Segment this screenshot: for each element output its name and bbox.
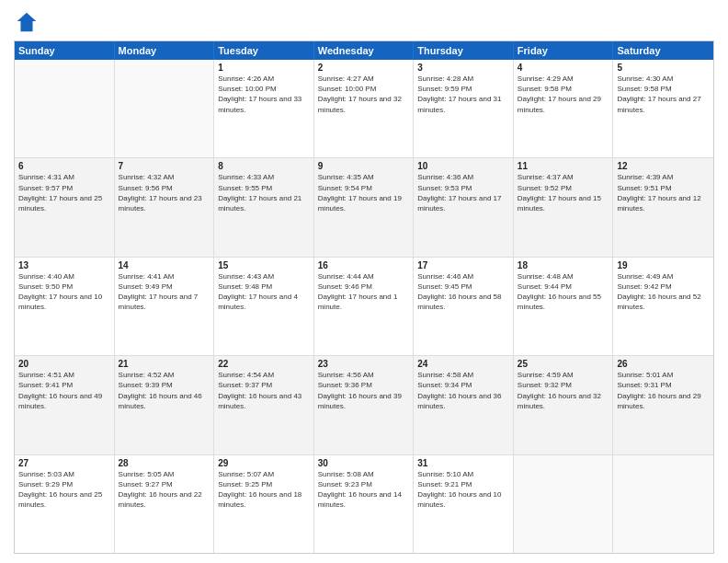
day-cell-14: 14Sunrise: 4:41 AM Sunset: 9:49 PM Dayli… <box>115 258 215 355</box>
weekday-header-monday: Monday <box>115 41 215 60</box>
day-info: Sunrise: 5:10 AM Sunset: 9:21 PM Dayligh… <box>417 469 509 511</box>
day-cell-19: 19Sunrise: 4:49 AM Sunset: 9:42 PM Dayli… <box>613 258 713 355</box>
day-number: 21 <box>119 359 210 369</box>
day-info: Sunrise: 4:56 AM Sunset: 9:36 PM Dayligh… <box>318 370 410 411</box>
day-info: Sunrise: 4:51 AM Sunset: 9:41 PM Dayligh… <box>18 370 110 411</box>
day-cell-1: 1Sunrise: 4:26 AM Sunset: 10:00 PM Dayli… <box>214 60 314 157</box>
day-number: 29 <box>218 458 310 468</box>
day-info: Sunrise: 5:08 AM Sunset: 9:23 PM Dayligh… <box>318 469 410 511</box>
day-cell-15: 15Sunrise: 4:43 AM Sunset: 9:48 PM Dayli… <box>214 258 314 355</box>
day-cell-2: 2Sunrise: 4:27 AM Sunset: 10:00 PM Dayli… <box>314 60 415 157</box>
day-number: 31 <box>417 458 509 468</box>
day-cell-25: 25Sunrise: 4:59 AM Sunset: 9:32 PM Dayli… <box>514 356 614 454</box>
day-cell-28: 28Sunrise: 5:05 AM Sunset: 9:27 PM Dayli… <box>115 455 215 553</box>
day-cell-21: 21Sunrise: 4:52 AM Sunset: 9:39 PM Dayli… <box>115 356 215 454</box>
day-number: 2 <box>318 63 410 73</box>
day-number: 5 <box>617 63 710 73</box>
empty-cell <box>15 60 115 157</box>
calendar-row-5: 27Sunrise: 5:03 AM Sunset: 9:29 PM Dayli… <box>15 454 713 553</box>
empty-cell <box>115 60 215 157</box>
day-number: 16 <box>318 260 410 270</box>
day-info: Sunrise: 4:27 AM Sunset: 10:00 PM Daylig… <box>318 74 410 115</box>
day-number: 8 <box>218 161 310 171</box>
day-info: Sunrise: 4:39 AM Sunset: 9:51 PM Dayligh… <box>617 172 710 213</box>
day-info: Sunrise: 4:30 AM Sunset: 9:58 PM Dayligh… <box>617 74 710 115</box>
day-info: Sunrise: 4:35 AM Sunset: 9:54 PM Dayligh… <box>318 172 410 213</box>
day-info: Sunrise: 4:44 AM Sunset: 9:46 PM Dayligh… <box>318 271 410 313</box>
weekday-header-saturday: Saturday <box>613 41 713 60</box>
day-number: 25 <box>518 359 609 369</box>
empty-cell <box>613 455 713 553</box>
day-cell-26: 26Sunrise: 5:01 AM Sunset: 9:31 PM Dayli… <box>613 356 713 454</box>
day-cell-7: 7Sunrise: 4:32 AM Sunset: 9:56 PM Daylig… <box>115 158 215 256</box>
day-info: Sunrise: 4:28 AM Sunset: 9:59 PM Dayligh… <box>417 74 509 115</box>
day-number: 23 <box>318 359 410 369</box>
day-cell-23: 23Sunrise: 4:56 AM Sunset: 9:36 PM Dayli… <box>314 356 415 454</box>
day-cell-4: 4Sunrise: 4:29 AM Sunset: 9:58 PM Daylig… <box>514 60 614 157</box>
day-info: Sunrise: 5:05 AM Sunset: 9:27 PM Dayligh… <box>119 469 210 511</box>
weekday-header-tuesday: Tuesday <box>214 41 314 60</box>
day-info: Sunrise: 4:31 AM Sunset: 9:57 PM Dayligh… <box>18 172 110 213</box>
day-cell-12: 12Sunrise: 4:39 AM Sunset: 9:51 PM Dayli… <box>613 158 713 256</box>
weekday-header-sunday: Sunday <box>15 41 115 60</box>
day-info: Sunrise: 4:48 AM Sunset: 9:44 PM Dayligh… <box>518 271 609 313</box>
weekday-header-friday: Friday <box>514 41 614 60</box>
calendar-row-4: 20Sunrise: 4:51 AM Sunset: 9:41 PM Dayli… <box>15 355 713 454</box>
day-info: Sunrise: 4:40 AM Sunset: 9:50 PM Dayligh… <box>18 271 110 313</box>
day-number: 6 <box>18 161 110 171</box>
day-number: 12 <box>617 161 710 171</box>
day-info: Sunrise: 4:54 AM Sunset: 9:37 PM Dayligh… <box>218 370 310 411</box>
day-cell-5: 5Sunrise: 4:30 AM Sunset: 9:58 PM Daylig… <box>613 60 713 157</box>
day-info: Sunrise: 4:49 AM Sunset: 9:42 PM Dayligh… <box>617 271 710 313</box>
day-info: Sunrise: 4:36 AM Sunset: 9:53 PM Dayligh… <box>417 172 509 213</box>
day-info: Sunrise: 5:01 AM Sunset: 9:31 PM Dayligh… <box>617 370 710 411</box>
day-info: Sunrise: 4:43 AM Sunset: 9:48 PM Dayligh… <box>218 271 310 313</box>
day-number: 18 <box>518 260 609 270</box>
day-number: 3 <box>417 63 509 73</box>
day-number: 13 <box>18 260 110 270</box>
day-number: 30 <box>318 458 410 468</box>
calendar: SundayMondayTuesdayWednesdayThursdayFrid… <box>14 40 714 554</box>
day-cell-13: 13Sunrise: 4:40 AM Sunset: 9:50 PM Dayli… <box>15 258 115 355</box>
day-info: Sunrise: 4:41 AM Sunset: 9:49 PM Dayligh… <box>119 271 210 313</box>
day-number: 4 <box>518 63 609 73</box>
day-number: 11 <box>518 161 609 171</box>
day-cell-24: 24Sunrise: 4:58 AM Sunset: 9:34 PM Dayli… <box>414 356 514 454</box>
svg-marker-0 <box>17 13 37 32</box>
day-cell-31: 31Sunrise: 5:10 AM Sunset: 9:21 PM Dayli… <box>414 455 514 553</box>
day-info: Sunrise: 4:33 AM Sunset: 9:55 PM Dayligh… <box>218 172 310 213</box>
day-cell-27: 27Sunrise: 5:03 AM Sunset: 9:29 PM Dayli… <box>15 455 115 553</box>
day-number: 28 <box>119 458 210 468</box>
day-number: 9 <box>318 161 410 171</box>
day-number: 26 <box>617 359 710 369</box>
day-number: 7 <box>119 161 210 171</box>
day-cell-11: 11Sunrise: 4:37 AM Sunset: 9:52 PM Dayli… <box>514 158 614 256</box>
day-info: Sunrise: 4:52 AM Sunset: 9:39 PM Dayligh… <box>119 370 210 411</box>
day-cell-3: 3Sunrise: 4:28 AM Sunset: 9:59 PM Daylig… <box>414 60 514 157</box>
page: SundayMondayTuesdayWednesdayThursdayFrid… <box>0 0 728 563</box>
day-info: Sunrise: 4:46 AM Sunset: 9:45 PM Dayligh… <box>417 271 509 313</box>
day-number: 10 <box>417 161 509 171</box>
logo-icon <box>14 9 40 35</box>
day-info: Sunrise: 4:32 AM Sunset: 9:56 PM Dayligh… <box>119 172 210 213</box>
day-cell-22: 22Sunrise: 4:54 AM Sunset: 9:37 PM Dayli… <box>214 356 314 454</box>
day-info: Sunrise: 4:29 AM Sunset: 9:58 PM Dayligh… <box>518 74 609 115</box>
calendar-body: 1Sunrise: 4:26 AM Sunset: 10:00 PM Dayli… <box>15 60 713 553</box>
day-number: 17 <box>417 260 509 270</box>
calendar-row-1: 1Sunrise: 4:26 AM Sunset: 10:00 PM Dayli… <box>15 60 713 157</box>
day-cell-17: 17Sunrise: 4:46 AM Sunset: 9:45 PM Dayli… <box>414 258 514 355</box>
empty-cell <box>514 455 614 553</box>
header <box>14 9 714 35</box>
day-number: 1 <box>218 63 310 73</box>
weekday-header-thursday: Thursday <box>414 41 514 60</box>
day-info: Sunrise: 5:03 AM Sunset: 9:29 PM Dayligh… <box>18 469 110 511</box>
day-cell-10: 10Sunrise: 4:36 AM Sunset: 9:53 PM Dayli… <box>414 158 514 256</box>
day-cell-29: 29Sunrise: 5:07 AM Sunset: 9:25 PM Dayli… <box>214 455 314 553</box>
day-number: 24 <box>417 359 509 369</box>
day-number: 19 <box>617 260 710 270</box>
day-info: Sunrise: 4:58 AM Sunset: 9:34 PM Dayligh… <box>417 370 509 411</box>
logo <box>14 9 43 35</box>
day-info: Sunrise: 4:26 AM Sunset: 10:00 PM Daylig… <box>218 74 310 115</box>
day-number: 20 <box>18 359 110 369</box>
day-number: 27 <box>18 458 110 468</box>
